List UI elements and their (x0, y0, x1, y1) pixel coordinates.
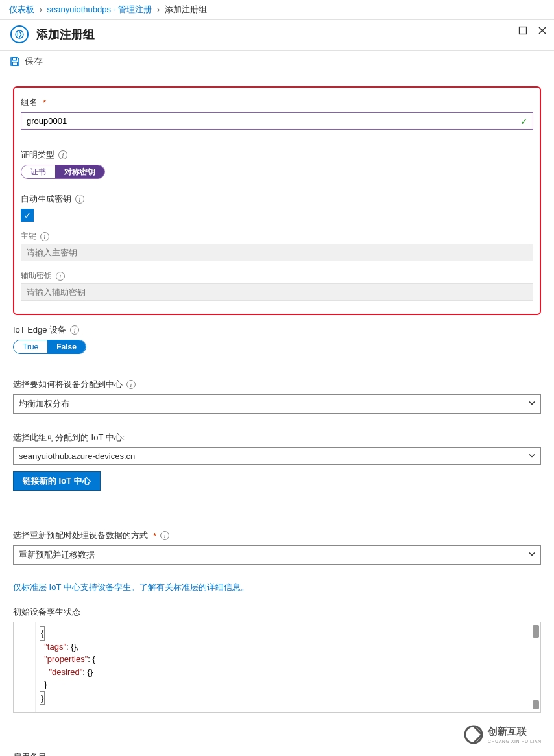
twin-state-editor[interactable]: { "tags": {}, "properties": { "desired":… (13, 622, 541, 713)
secondary-key-label: 辅助密钥 i (21, 270, 533, 281)
svg-text:创新互联: 创新互联 (487, 726, 527, 737)
twin-support-note[interactable]: 仅标准层 IoT 中心支持设备孪生。了解有关标准层的详细信息。 (13, 582, 541, 593)
save-button[interactable]: 保存 (25, 56, 43, 67)
info-icon[interactable]: i (160, 531, 169, 540)
auto-generate-label: 自动生成密钥 i (21, 193, 533, 205)
svg-point-4 (465, 726, 482, 743)
cert-type-label: 证明类型 i (21, 149, 533, 161)
iot-edge-true[interactable]: True (14, 340, 47, 353)
reprovision-select[interactable]: 重新预配并迁移数据 (13, 545, 541, 565)
info-icon[interactable]: i (126, 380, 136, 389)
chevron-right-icon: › (154, 5, 162, 14)
breadcrumb-dashboard[interactable]: 仪表板 (9, 5, 34, 14)
scrollbar[interactable] (533, 700, 539, 709)
allocation-select[interactable]: 均衡加权分布 (13, 394, 541, 414)
breadcrumb-resource[interactable]: seanyuiothubdps - 管理注册 (47, 5, 152, 14)
info-icon[interactable]: i (40, 232, 49, 241)
watermark-logo: 创新互联 CHUANG XIN HU LIAN (463, 722, 548, 750)
close-icon[interactable] (537, 25, 548, 36)
iot-edge-toggle: True False (13, 340, 86, 354)
primary-key-input (21, 244, 533, 261)
restore-window-icon[interactable] (518, 25, 528, 36)
group-name-input[interactable] (21, 112, 533, 130)
cert-type-symmetric-key[interactable]: 对称密钥 (55, 165, 104, 178)
highlighted-section: 组名* ✓ 证明类型 i 证书 对称密钥 自动生成密钥 i ✓ 主键 (13, 86, 541, 315)
page-title: 添加注册组 (36, 27, 95, 42)
reprovision-label: 选择重新预配时处理设备数据的方式* i (13, 530, 541, 541)
cert-type-certificate[interactable]: 证书 (21, 165, 55, 178)
svg-rect-3 (12, 62, 18, 65)
svg-rect-1 (520, 27, 527, 34)
iot-edge-false[interactable]: False (47, 340, 86, 353)
panel-header: 添加注册组 (0, 20, 554, 51)
iot-edge-label: IoT Edge 设备 i (13, 324, 541, 336)
iot-center-label: 选择此组可分配到的 IoT 中心: (13, 432, 541, 443)
iot-center-select[interactable]: seanyuiothub.azure-devices.cn (13, 447, 541, 465)
twin-state-label: 初始设备孪生状态 (13, 606, 541, 618)
auto-generate-checkbox[interactable]: ✓ (21, 209, 34, 222)
svg-rect-2 (12, 58, 16, 60)
toolbar: 保存 (0, 51, 554, 73)
cert-type-toggle: 证书 对称密钥 (21, 165, 105, 179)
form-content: 组名* ✓ 证明类型 i 证书 对称密钥 自动生成密钥 i ✓ 主键 (0, 73, 554, 756)
scrollbar[interactable] (533, 625, 539, 638)
enrollment-group-icon (10, 25, 29, 43)
save-icon[interactable] (9, 56, 21, 67)
breadcrumb-current: 添加注册组 (165, 5, 207, 14)
primary-key-label: 主键 i (21, 231, 533, 242)
chevron-right-icon: › (37, 5, 45, 14)
info-icon[interactable]: i (56, 272, 65, 281)
svg-text:CHUANG XIN HU LIAN: CHUANG XIN HU LIAN (488, 739, 542, 744)
info-icon[interactable]: i (58, 150, 67, 159)
info-icon[interactable]: i (75, 195, 84, 204)
enable-entry-label: 启用条目 (13, 751, 541, 756)
allocation-label: 选择要如何将设备分配到中心 i (13, 379, 541, 390)
group-name-label: 组名* (21, 97, 533, 108)
breadcrumb: 仪表板 › seanyuiothubdps - 管理注册 › 添加注册组 (0, 0, 554, 20)
link-new-iot-hub-button[interactable]: 链接新的 IoT 中心 (13, 471, 101, 491)
checkmark-icon: ✓ (520, 116, 528, 126)
info-icon[interactable]: i (70, 325, 79, 335)
secondary-key-input (21, 283, 533, 301)
